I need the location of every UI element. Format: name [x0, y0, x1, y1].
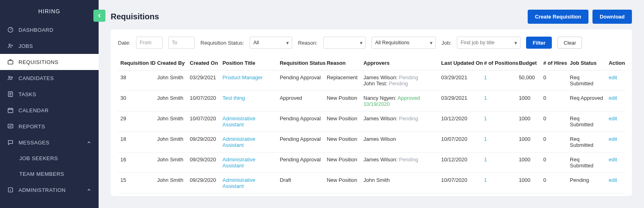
table-cell: John Smith	[155, 91, 187, 111]
edit-link[interactable]: edit	[609, 115, 617, 122]
col-header[interactable]: Created On	[188, 56, 220, 70]
edit-link[interactable]: edit	[609, 136, 617, 142]
col-header[interactable]: # of Hires	[541, 56, 568, 70]
nav-label: ADMINISTRATION	[19, 187, 66, 193]
table-cell: 10/07/2020	[188, 111, 220, 132]
approver-name: James Wilson	[363, 136, 396, 142]
content-card: Date: Requisition Status: ▾ Reason: ▾ ▾	[111, 29, 632, 196]
positions-link[interactable]: 1	[482, 70, 516, 91]
nav-label: JOBS	[19, 43, 33, 49]
col-header[interactable]: Action	[606, 56, 625, 70]
position-title-link[interactable]: Administrative Assistant	[223, 157, 256, 169]
filter-button[interactable]: Filter	[526, 37, 552, 49]
col-header[interactable]: Position Title	[220, 56, 277, 70]
chevron-up-icon	[87, 140, 91, 145]
position-title-link[interactable]: Product Manager	[223, 74, 263, 80]
positions-link[interactable]: 1	[482, 152, 516, 173]
position-title-link[interactable]: Test thing	[223, 95, 245, 101]
table-cell: Req Submitted	[568, 132, 606, 152]
download-button[interactable]: Download	[592, 10, 632, 24]
col-header[interactable]: Reason	[324, 56, 361, 70]
table-cell: 10/12/2020	[439, 111, 482, 132]
edit-link[interactable]: edit	[609, 177, 617, 183]
main-area: Requisitions Create Requisition Download…	[99, 0, 644, 208]
table-cell: Req Submitted	[568, 111, 606, 132]
nav-dashboard[interactable]: DASHBOARD	[0, 22, 99, 38]
user-plus-icon	[7, 43, 14, 49]
col-header[interactable]: Requisition ID	[118, 56, 155, 70]
table-cell: 15	[118, 173, 155, 194]
nav-sub-team-members[interactable]: TEAM MEMBERS	[0, 166, 99, 182]
action-cell: edit	[606, 111, 625, 132]
positions-link[interactable]: 2	[482, 194, 516, 196]
table-row: 15John Smith09/29/2020Administrative Ass…	[118, 173, 625, 194]
col-header[interactable]: Job Status	[568, 56, 606, 70]
table-cell: New Position	[324, 173, 361, 194]
action-cell: edit	[606, 91, 625, 111]
nav-requisitions[interactable]: REQUISITIONS	[0, 54, 99, 70]
edit-link[interactable]: edit	[609, 74, 617, 80]
nav-reports[interactable]: REPORTS	[0, 118, 99, 134]
approver-status: Pending	[399, 74, 418, 80]
clear-button[interactable]: Clear	[557, 37, 582, 49]
req-status-select[interactable]	[250, 37, 292, 49]
col-header[interactable]: Last Updated On	[439, 56, 482, 70]
approvers-cell: James Wilson: PendingJohn Test: Pending	[361, 70, 439, 91]
table-cell: John Smith	[155, 70, 187, 91]
table-cell: 10/07/2020	[439, 173, 482, 194]
table-cell: 03/29/2021	[439, 91, 482, 111]
col-header[interactable]: Requisition Status	[277, 56, 324, 70]
col-header[interactable]: # of Positions	[482, 56, 516, 70]
nav-tasks[interactable]: TASKS	[0, 86, 99, 102]
table-cell: 18	[118, 132, 155, 152]
positions-link[interactable]: 1	[482, 91, 516, 111]
position-title-link[interactable]: Administrative Assistant	[223, 177, 256, 189]
nav-messages[interactable]: MESSAGES	[0, 134, 99, 150]
table-cell: 50,000	[516, 70, 541, 91]
table-cell: Pending Approval	[277, 152, 324, 173]
info-icon	[7, 187, 14, 193]
position-title-link[interactable]: Administrative Assistant	[223, 115, 256, 128]
edit-link[interactable]: edit	[609, 157, 617, 163]
approver-name: John Smith	[363, 177, 390, 183]
table-cell: Pending Approval	[277, 132, 324, 152]
positions-link[interactable]: 1	[482, 132, 516, 152]
edit-link[interactable]: edit	[609, 95, 617, 101]
nav-jobs[interactable]: JOBS	[0, 38, 99, 54]
nav-calendar[interactable]: CALENDAR	[0, 102, 99, 118]
nav-label: MESSAGES	[19, 140, 50, 146]
svg-rect-6	[8, 108, 13, 113]
col-header[interactable]: Budget	[516, 56, 541, 70]
table-cell: New Position	[324, 132, 361, 152]
positions-link[interactable]: 1	[482, 173, 516, 194]
date-from-input[interactable]	[136, 37, 163, 49]
gauge-icon	[7, 27, 14, 33]
position-title-link[interactable]: Administrative Assistant	[223, 136, 256, 148]
nav-administration[interactable]: ADMINISTRATION	[0, 182, 99, 198]
table-cell: 16	[118, 152, 155, 173]
approver-status: Pending	[389, 80, 408, 86]
create-requisition-button[interactable]: Create Requisition	[528, 10, 588, 24]
table-cell: Approved	[277, 91, 324, 111]
action-cell: edit	[606, 70, 625, 91]
back-button[interactable]	[93, 10, 105, 22]
nav-label: TASKS	[19, 91, 36, 97]
table-cell: 1000	[516, 173, 541, 194]
date-to-input[interactable]	[168, 37, 195, 49]
table-cell: Pending	[568, 173, 606, 194]
nav-sub-job-seekers[interactable]: JOB SEEKERS	[0, 150, 99, 166]
scope-select[interactable]	[372, 37, 436, 49]
nav-candidates[interactable]: CANDIDATES	[0, 70, 99, 86]
job-search-input[interactable]	[457, 37, 520, 49]
table-cell: 0	[541, 152, 568, 173]
reason-select[interactable]	[323, 37, 366, 49]
table-cell: Draft	[277, 173, 324, 194]
chevron-up-icon	[87, 187, 91, 192]
approvers-cell: James Wilson: Pending	[361, 111, 439, 132]
filter-bar: Date: Requisition Status: ▾ Reason: ▾ ▾	[118, 37, 625, 56]
table-cell: John Smith	[155, 111, 187, 132]
positions-link[interactable]: 1	[482, 111, 516, 132]
col-header[interactable]: Created By	[155, 56, 187, 70]
col-header[interactable]: Approvers	[361, 56, 439, 70]
table-cell: 0	[541, 70, 568, 91]
